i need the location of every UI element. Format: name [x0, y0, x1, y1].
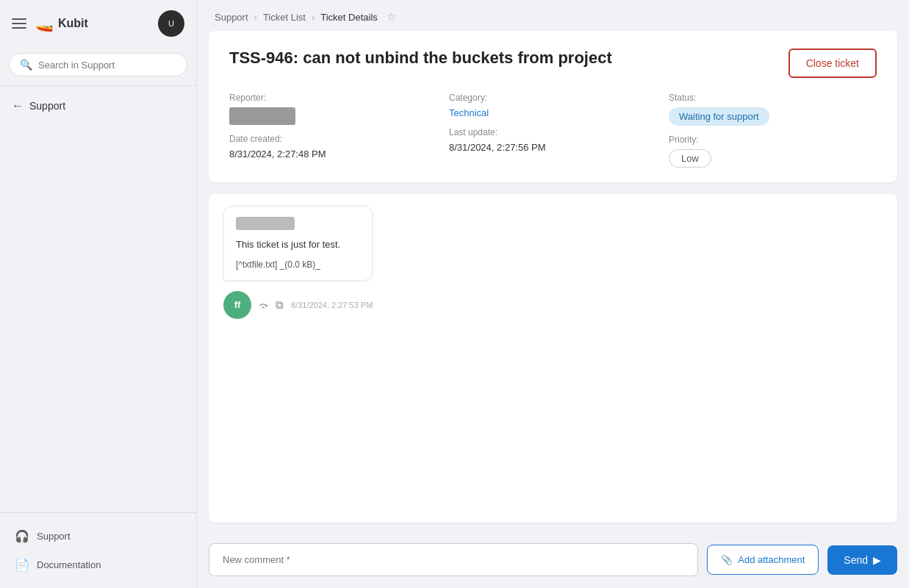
- hamburger-menu-icon[interactable]: [12, 18, 26, 29]
- send-button[interactable]: Send ▶: [827, 545, 897, 575]
- ticket-header: TSS-946: can not unbind the buckets from…: [229, 49, 877, 78]
- bottom-bar: 📎 Add attachment Send ▶: [197, 534, 909, 588]
- main-content: Support › Ticket List › Ticket Details ☆…: [197, 0, 909, 588]
- add-attachment-label: Add attachment: [738, 554, 805, 565]
- logo-icon: 🚤: [35, 15, 54, 32]
- date-created-label: Date created:: [229, 134, 437, 144]
- new-comment-input[interactable]: [209, 543, 698, 576]
- last-update-label: Last update:: [449, 127, 657, 137]
- status-section: Status: Waiting for support Priority: Lo…: [669, 93, 877, 168]
- comment-avatar: ff: [223, 291, 251, 319]
- breadcrumb-sep-1: ›: [254, 12, 257, 23]
- breadcrumb-sep-2: ›: [312, 12, 315, 23]
- comment-text: This ticket is just for test.: [236, 237, 360, 252]
- ticket-meta: Reporter: Date created: 8/31/2024, 2:27:…: [229, 93, 877, 168]
- send-label: Send: [844, 554, 868, 566]
- breadcrumb-ticket-details: Ticket Details: [320, 12, 378, 23]
- comment-author-bar: [236, 217, 295, 230]
- comment-item: This ticket is just for test. [^txtfile.…: [223, 206, 883, 319]
- back-arrow-icon: ←: [12, 99, 24, 112]
- sidebar-item-documentation-label: Documentation: [37, 559, 101, 570]
- reporter-section: Reporter: Date created: 8/31/2024, 2:27:…: [229, 93, 437, 168]
- sidebar-bottom: 🎧 Support 📄 Documentation: [0, 512, 196, 588]
- add-attachment-button[interactable]: 📎 Add attachment: [707, 545, 819, 575]
- sidebar-back-label: Support: [29, 100, 65, 112]
- priority-label: Priority:: [669, 135, 877, 145]
- sidebar-divider: [0, 85, 196, 86]
- last-update-value: 8/31/2024, 2:27:56 PM: [449, 142, 657, 153]
- reporter-label: Reporter:: [229, 93, 437, 103]
- ticket-title: TSS-946: can not unbind the buckets from…: [229, 49, 771, 68]
- comment-timestamp: 8/31/2024, 2:27:53 PM: [291, 301, 373, 309]
- search-box[interactable]: 🔍: [9, 53, 187, 76]
- support-icon: 🎧: [15, 529, 29, 543]
- logo-text: Kubit: [58, 17, 88, 30]
- sidebar-item-documentation[interactable]: 📄 Documentation: [9, 551, 187, 579]
- search-input[interactable]: [38, 60, 176, 71]
- category-section: Category: Technical Last update: 8/31/20…: [449, 93, 657, 168]
- breadcrumb-ticket-list[interactable]: Ticket List: [263, 12, 306, 23]
- comment-content: This ticket is just for test. [^txtfile.…: [223, 206, 373, 319]
- category-label: Category:: [449, 93, 657, 103]
- sidebar: 🚤 Kubit U 🔍 ← Support 🎧 Support 📄 Docume…: [0, 0, 197, 588]
- sidebar-item-support[interactable]: 🎧 Support: [9, 522, 187, 551]
- comment-actions: ff ⤼ ⧉ 8/31/2024, 2:27:53 PM: [223, 291, 373, 319]
- comments-area: This ticket is just for test. [^txtfile.…: [209, 194, 897, 523]
- reporter-avatar-block: [229, 107, 295, 125]
- close-ticket-button[interactable]: Close ticket: [788, 49, 877, 78]
- share-icon[interactable]: ⤼: [259, 298, 268, 312]
- favorite-star-icon[interactable]: ☆: [387, 10, 396, 24]
- ticket-card: TSS-946: can not unbind the buckets from…: [209, 31, 897, 182]
- sidebar-back-button[interactable]: ← Support: [0, 92, 196, 120]
- status-label: Status:: [669, 93, 877, 103]
- comment-attachment: [^txtfile.txt] _(0.0 kB)_: [236, 259, 360, 270]
- logo-area: 🚤 Kubit: [35, 15, 88, 32]
- priority-badge: Low: [669, 149, 711, 168]
- send-icon: ▶: [873, 554, 881, 566]
- documentation-icon: 📄: [15, 558, 29, 572]
- date-created-value: 8/31/2024, 2:27:48 PM: [229, 148, 437, 159]
- sidebar-header: 🚤 Kubit U: [0, 0, 196, 47]
- attachment-icon: 📎: [721, 554, 733, 565]
- search-icon: 🔍: [20, 59, 32, 71]
- category-value[interactable]: Technical: [449, 107, 657, 118]
- sidebar-item-support-label: Support: [37, 531, 71, 542]
- user-avatar[interactable]: U: [158, 10, 184, 37]
- status-badge: Waiting for support: [669, 107, 769, 126]
- sidebar-spacer: [0, 120, 196, 512]
- copy-icon[interactable]: ⧉: [276, 298, 284, 312]
- comment-bubble: This ticket is just for test. [^txtfile.…: [223, 206, 373, 281]
- breadcrumb: Support › Ticket List › Ticket Details ☆: [197, 0, 909, 31]
- breadcrumb-support[interactable]: Support: [215, 12, 248, 23]
